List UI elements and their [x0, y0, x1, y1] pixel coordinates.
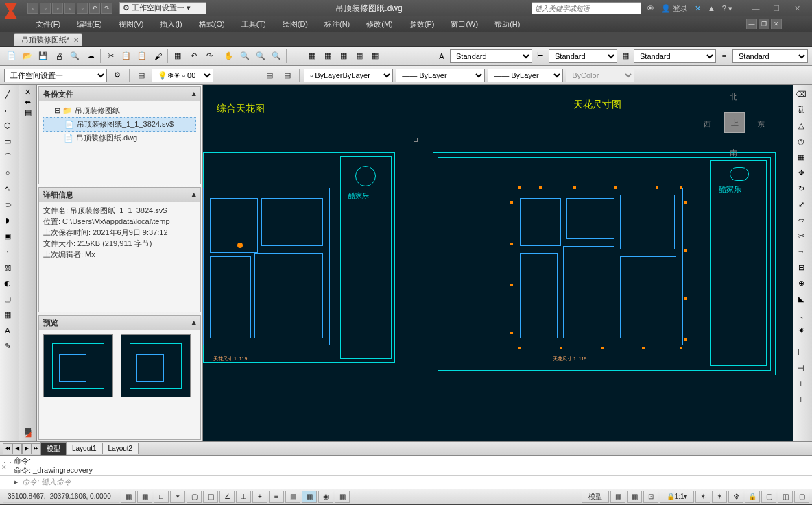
join-icon[interactable]: ⊕: [793, 275, 809, 291]
menu-format[interactable]: 格式(O): [191, 19, 233, 29]
search-input[interactable]: [532, 2, 641, 14]
palette-menu-icon[interactable]: ▤: [25, 108, 32, 117]
open-icon[interactable]: ▫: [40, 3, 51, 14]
close-icon[interactable]: ✕: [73, 36, 79, 44]
props-icon[interactable]: ☰: [289, 49, 304, 64]
anno-scale[interactable]: 🔒 1:1 ▾: [660, 491, 694, 503]
doc-restore-icon[interactable]: ❐: [759, 19, 769, 29]
tab-layout2[interactable]: Layout2: [102, 443, 139, 454]
rotate-icon[interactable]: ↻: [793, 181, 809, 196]
palette-pin-icon[interactable]: ⬌: [25, 98, 31, 107]
tab-prev-icon[interactable]: ◀: [12, 443, 22, 454]
gradient-icon[interactable]: ◐: [0, 275, 15, 291]
point-icon[interactable]: ·: [0, 244, 15, 259]
workspace2-select[interactable]: 工作空间设置一: [4, 69, 107, 82]
open-icon[interactable]: 📂: [20, 49, 35, 64]
cmd-grip-icon[interactable]: ⋮⋮✕: [1, 457, 14, 471]
tablestyle-icon[interactable]: ▦: [618, 49, 633, 64]
zoom-prev-icon[interactable]: 🔍: [269, 49, 284, 64]
tree-item-svs[interactable]: 📄 吊顶装修图纸_1_1_3824.sv$: [43, 117, 196, 132]
qv-icon[interactable]: ▦: [610, 491, 625, 503]
preview-header[interactable]: 预览▴: [39, 316, 200, 330]
menu-tools[interactable]: 工具(T): [233, 19, 274, 29]
move-icon[interactable]: ✥: [793, 165, 809, 180]
dc-icon[interactable]: ▦: [304, 49, 320, 64]
doc-min-icon[interactable]: —: [746, 19, 757, 29]
nav-icon[interactable]: ⊡: [643, 491, 658, 503]
close-button[interactable]: ✕: [787, 2, 807, 14]
mlstyle-select[interactable]: Standard: [732, 49, 808, 63]
mtext-icon[interactable]: A: [0, 323, 15, 338]
mirror-icon[interactable]: △: [793, 118, 809, 133]
pan-icon[interactable]: ✋: [222, 49, 237, 64]
new-icon[interactable]: 📄: [4, 49, 19, 64]
zoom-win-icon[interactable]: 🔍: [253, 49, 268, 64]
textstyle-icon[interactable]: A: [434, 49, 449, 64]
print-icon[interactable]: 🖨: [51, 49, 67, 64]
trim-icon[interactable]: ✂: [793, 228, 809, 243]
dim3-icon[interactable]: ⊥: [793, 376, 809, 391]
print-icon[interactable]: ▫: [77, 3, 88, 14]
match-icon[interactable]: 🖌: [150, 49, 165, 64]
line-icon[interactable]: ╱: [0, 86, 15, 101]
palette-close-icon[interactable]: ✕: [25, 88, 31, 97]
menu-file[interactable]: 文件(F): [27, 19, 69, 29]
doc-close-icon[interactable]: ✕: [771, 19, 782, 29]
dim4-icon[interactable]: ⊤: [793, 392, 809, 407]
3dosnap-icon[interactable]: ◫: [203, 491, 218, 503]
menu-edit[interactable]: 编辑(E): [69, 19, 110, 29]
tp-icon[interactable]: ▦: [320, 49, 335, 64]
workspace-dropdown[interactable]: ⚙ 工作空间设置一 ▾: [119, 2, 206, 14]
tab-last-icon[interactable]: ⏭: [32, 443, 41, 454]
menu-insert[interactable]: 插入(I): [152, 19, 190, 29]
layer-icon[interactable]: ▤: [134, 68, 149, 83]
table-icon[interactable]: ▦: [0, 307, 15, 322]
maximize-button[interactable]: ☐: [767, 2, 786, 14]
am-icon[interactable]: ▦: [335, 491, 350, 503]
file-tab[interactable]: 吊顶装修图纸*✕: [14, 33, 82, 46]
cut-icon[interactable]: ✂: [103, 49, 118, 64]
layer-tool-icon[interactable]: ▤: [262, 68, 277, 83]
offset-icon[interactable]: ◎: [793, 134, 809, 149]
qv2-icon[interactable]: ▦: [627, 491, 642, 503]
polar-icon[interactable]: ✶: [170, 491, 185, 503]
spline-icon[interactable]: ∿: [0, 181, 15, 196]
mlstyle-icon[interactable]: ≡: [717, 49, 732, 64]
dimstyle-select[interactable]: Standard: [549, 49, 617, 63]
search-icon[interactable]: 👁: [647, 4, 654, 12]
lineweight-select[interactable]: —— ByLayer: [488, 69, 563, 82]
tree-root[interactable]: ⊟ 📁 吊顶装修图纸: [43, 104, 196, 117]
circle-icon[interactable]: ○: [0, 165, 15, 180]
osnap-icon[interactable]: ▢: [187, 491, 202, 503]
viewport[interactable]: 综合天花图 天花尺寸图 酷家乐 天花尺寸 1: 119 酷家乐: [203, 85, 793, 441]
menu-modify[interactable]: 修改(M): [358, 19, 401, 29]
minimize-button[interactable]: —: [746, 2, 765, 14]
break-icon[interactable]: ⊟: [793, 260, 809, 275]
menu-window[interactable]: 窗口(W): [442, 19, 486, 29]
tab-first-icon[interactable]: ⏮: [3, 443, 12, 454]
ssm-icon[interactable]: ▦: [336, 49, 351, 64]
sc-icon[interactable]: ◉: [318, 491, 333, 503]
stretch-icon[interactable]: ⬄: [793, 212, 809, 227]
layer-tool2-icon[interactable]: ▤: [280, 68, 295, 83]
details-header[interactable]: 详细信息▴: [39, 188, 200, 202]
add-icon[interactable]: ✎: [0, 338, 15, 354]
undo-icon[interactable]: ↶: [186, 49, 201, 64]
clean-icon[interactable]: ▢: [794, 491, 809, 503]
model-space-button[interactable]: 模型: [582, 491, 609, 503]
ws-icon[interactable]: ⚙: [728, 491, 743, 503]
tab-next-icon[interactable]: ▶: [22, 443, 32, 454]
lock-icon[interactable]: 🔒: [745, 491, 760, 503]
iso-icon[interactable]: ◫: [778, 491, 793, 503]
earc-icon[interactable]: ◗: [0, 212, 15, 227]
redo-icon[interactable]: ↷: [202, 49, 217, 64]
undo-icon[interactable]: ↶: [89, 3, 100, 14]
save-icon[interactable]: 💾: [36, 49, 51, 64]
hatch-icon[interactable]: ▨: [0, 260, 15, 275]
chamfer-icon[interactable]: ◣: [793, 291, 809, 306]
otrack-icon[interactable]: ∠: [219, 491, 235, 503]
tree-item-dwg[interactable]: 📄 吊顶装修图纸.dwg: [43, 132, 196, 145]
linetype-select[interactable]: —— ByLayer: [396, 69, 485, 82]
color-select[interactable]: ▫ ByLayerByLayer: [304, 69, 393, 82]
copy-icon[interactable]: 📋: [119, 49, 134, 64]
